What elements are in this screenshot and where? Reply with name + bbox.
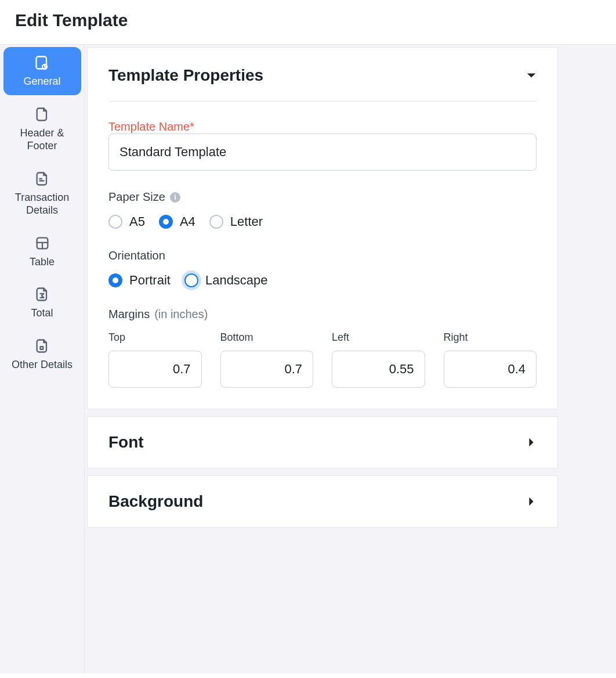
- page-title: Edit Template: [0, 0, 616, 44]
- panel-template-properties: Template Properties Template Name* Paper…: [87, 47, 558, 409]
- sidebar: General Header & Footer Transaction Deta…: [0, 45, 85, 673]
- chevron-right-icon: [526, 437, 537, 448]
- sidebar-item-total[interactable]: Total: [3, 279, 81, 327]
- radio-label: A4: [180, 214, 195, 229]
- radio-a4[interactable]: A4: [159, 214, 195, 229]
- table-icon: [34, 236, 50, 251]
- page-icon: [34, 107, 50, 122]
- radio-label: Landscape: [205, 273, 268, 288]
- radio-dot: [108, 215, 122, 229]
- panel-title: Template Properties: [108, 66, 263, 85]
- panel-body: Template Name* Paper Size i A5: [88, 101, 557, 409]
- margin-left-input[interactable]: [332, 351, 425, 388]
- radio-dot: [108, 273, 122, 287]
- margins-label: Margins: [108, 308, 150, 321]
- divider: [108, 101, 537, 102]
- sidebar-item-table[interactable]: Table: [3, 228, 81, 276]
- chevron-right-icon: [526, 496, 537, 507]
- margin-top-label: Top: [108, 331, 202, 344]
- margin-left-label: Left: [332, 331, 425, 344]
- sidebar-item-label: Transaction Details: [7, 191, 78, 217]
- panel-header-background[interactable]: Background: [88, 476, 557, 527]
- margins-section: Margins (in inches) Top Bottom: [108, 308, 537, 388]
- sidebar-item-label: General: [23, 75, 60, 88]
- radio-a5[interactable]: A5: [108, 214, 145, 229]
- radio-letter[interactable]: Letter: [209, 214, 263, 229]
- sidebar-item-label: Header & Footer: [7, 127, 78, 153]
- margin-right-input[interactable]: [444, 351, 537, 388]
- radio-dot: [159, 215, 173, 229]
- panel-font: Font: [87, 416, 558, 468]
- sidebar-item-transaction-details[interactable]: Transaction Details: [3, 163, 81, 224]
- radio-landscape[interactable]: Landscape: [184, 273, 268, 288]
- sidebar-item-header-footer[interactable]: Header & Footer: [3, 99, 81, 160]
- svg-rect-2: [40, 347, 43, 349]
- margins-grid: Top Bottom Left Right: [108, 331, 537, 388]
- general-icon: [34, 55, 50, 70]
- radio-label: Letter: [230, 214, 263, 229]
- sidebar-item-label: Other Details: [12, 358, 73, 372]
- panel-header-template-properties[interactable]: Template Properties: [88, 48, 557, 85]
- margin-right-label: Right: [444, 331, 537, 344]
- margin-bottom-input[interactable]: [220, 351, 314, 388]
- radio-label: A5: [129, 214, 145, 229]
- main-layout: General Header & Footer Transaction Deta…: [0, 44, 616, 673]
- sidebar-item-general[interactable]: General: [3, 47, 81, 95]
- paper-size-section: Paper Size i A5 A4: [108, 190, 537, 229]
- content-area: Template Properties Template Name* Paper…: [85, 45, 616, 673]
- margins-hint: (in inches): [154, 308, 208, 321]
- radio-label: Portrait: [129, 273, 171, 288]
- radio-portrait[interactable]: Portrait: [108, 273, 171, 288]
- paper-size-label: Paper Size: [108, 190, 165, 204]
- sidebar-item-label: Table: [30, 255, 55, 269]
- margin-top-input[interactable]: [108, 351, 202, 388]
- radio-dot: [184, 273, 198, 287]
- template-name-label: Template Name*: [108, 120, 194, 133]
- radio-dot: [209, 215, 223, 229]
- paper-size-radio-group: A5 A4 Letter: [108, 214, 537, 229]
- template-name-input[interactable]: [108, 134, 537, 171]
- margin-bottom-label: Bottom: [220, 331, 314, 344]
- sigma-icon: [34, 287, 50, 302]
- orientation-radio-group: Portrait Landscape: [108, 273, 537, 288]
- panel-background: Background: [87, 475, 558, 528]
- sidebar-item-other-details[interactable]: Other Details: [3, 330, 81, 378]
- panel-title: Background: [108, 492, 203, 511]
- panel-header-font[interactable]: Font: [88, 417, 557, 468]
- info-icon[interactable]: i: [170, 192, 180, 203]
- sidebar-item-label: Total: [31, 306, 53, 320]
- orientation-label: Orientation: [108, 249, 165, 262]
- document-square-icon: [34, 338, 50, 354]
- orientation-section: Orientation Portrait Landscape: [108, 249, 537, 288]
- chevron-down-icon: [526, 70, 537, 81]
- document-text-icon: [34, 171, 50, 186]
- panel-title: Font: [108, 433, 144, 452]
